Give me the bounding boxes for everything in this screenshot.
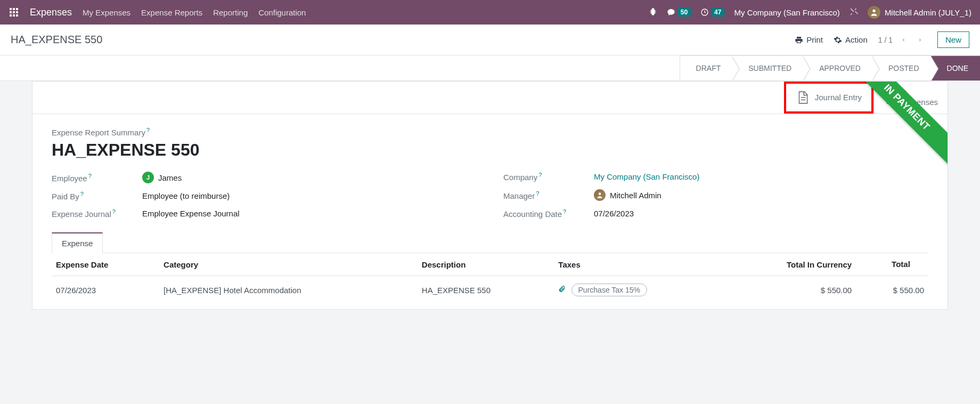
value-employee[interactable]: J James (142, 172, 182, 183)
user-menu[interactable]: Mitchell Admin (JULY_1) (868, 6, 971, 19)
cell-category: [HA_EXPENSE] Hotel Accommodation (159, 276, 418, 304)
nav-expense-reports[interactable]: Expense Reports (141, 8, 202, 17)
attachment-icon[interactable] (558, 285, 568, 294)
label-accounting-date: Accounting Date? (503, 208, 594, 219)
label-journal: Expense Journal? (52, 208, 142, 219)
svg-rect-4 (13, 11, 15, 13)
value-manager[interactable]: Mitchell Admin (594, 189, 662, 201)
th-category[interactable]: Category (159, 253, 418, 276)
status-draft[interactable]: DRAFT (680, 55, 733, 80)
bug-icon[interactable] (649, 7, 657, 18)
manager-avatar-icon (594, 189, 606, 201)
action-button[interactable]: Action (834, 35, 868, 44)
print-button[interactable]: Print (795, 35, 823, 44)
th-total[interactable]: Total (856, 253, 928, 276)
help-icon[interactable]: ? (536, 190, 539, 197)
messages-count: 50 (677, 8, 691, 17)
user-name: Mitchell Admin (JULY_1) (885, 8, 971, 17)
label-company: Company? (503, 172, 594, 182)
svg-point-15 (599, 192, 601, 195)
value-accounting-date: 07/26/2023 (594, 209, 634, 218)
svg-rect-3 (10, 11, 12, 13)
nav-my-expenses[interactable]: My Expenses (83, 8, 130, 17)
tab-expense[interactable]: Expense (52, 232, 103, 253)
th-total-cur[interactable]: Total In Currency (726, 253, 856, 276)
value-paid-by: Employee (to reimburse) (142, 191, 230, 200)
cell-total-cur: $ 550.00 (726, 276, 856, 304)
th-description[interactable]: Description (418, 253, 554, 276)
svg-rect-6 (10, 14, 12, 17)
top-navbar: Expenses My Expenses Expense Reports Rep… (0, 0, 980, 25)
clock-icon (700, 8, 709, 17)
tax-tag[interactable]: Purchase Tax 15% (571, 284, 647, 296)
status-bar: DRAFT SUBMITTED APPROVED POSTED DONE (0, 55, 980, 81)
cell-date: 07/26/2023 (52, 276, 159, 304)
th-date[interactable]: Expense Date (52, 253, 159, 276)
tools-icon[interactable] (850, 7, 858, 18)
activities-indicator[interactable]: 47 (700, 8, 724, 17)
messages-indicator[interactable]: 50 (667, 8, 691, 17)
table-row[interactable]: 07/26/2023 [HA_EXPENSE] Hotel Accommodat… (52, 276, 928, 304)
svg-rect-2 (16, 8, 18, 10)
status-done[interactable]: DONE (931, 55, 980, 80)
svg-rect-1 (13, 8, 15, 10)
svg-rect-0 (10, 8, 12, 10)
status-posted[interactable]: POSTED (872, 55, 931, 80)
app-brand[interactable]: Expenses (30, 7, 72, 18)
chat-icon (667, 8, 675, 17)
help-icon[interactable]: ? (112, 208, 116, 215)
cell-taxes: Purchase Tax 15% (554, 276, 726, 304)
adjust-icon[interactable] (916, 261, 924, 269)
gear-icon (834, 36, 842, 44)
print-icon (795, 36, 803, 44)
svg-rect-5 (16, 11, 18, 13)
form-sheet: IN PAYMENT Journal Entry 1 Expenses Expe… (32, 81, 948, 310)
th-taxes[interactable]: Taxes (554, 253, 726, 276)
nav-configuration[interactable]: Configuration (258, 8, 306, 17)
pager: 1 / 1 (878, 34, 927, 46)
document-icon (796, 91, 810, 104)
svg-rect-7 (13, 14, 15, 17)
pager-next[interactable] (914, 34, 927, 46)
svg-rect-8 (16, 14, 18, 17)
cell-total: $ 550.00 (856, 276, 928, 304)
pager-prev[interactable] (897, 34, 910, 46)
expense-table: Expense Date Category Description Taxes … (52, 253, 928, 304)
employee-avatar-icon: J (142, 172, 154, 183)
new-button[interactable]: New (937, 31, 969, 48)
help-icon[interactable]: ? (563, 208, 566, 215)
record-title: HA_EXPENSE 550 (52, 140, 928, 160)
label-employee: Employee? (52, 173, 142, 183)
activities-count: 47 (711, 8, 724, 17)
nav-reporting[interactable]: Reporting (213, 8, 248, 17)
help-icon[interactable]: ? (88, 173, 92, 179)
company-selector[interactable]: My Company (San Francisco) (734, 8, 839, 17)
journal-entry-button[interactable]: Journal Entry (784, 82, 873, 114)
control-panel: HA_EXPENSE 550 Print Action 1 / 1 New (0, 25, 980, 55)
label-paid-by: Paid By? (52, 191, 142, 201)
help-icon[interactable]: ? (538, 172, 542, 178)
apps-icon[interactable] (9, 7, 19, 18)
label-manager: Manager? (503, 190, 594, 200)
summary-label: Expense Report Summary? (52, 127, 928, 137)
cell-description: HA_EXPENSE 550 (418, 276, 554, 304)
status-approved[interactable]: APPROVED (803, 55, 872, 80)
help-icon[interactable]: ? (80, 191, 84, 197)
status-submitted[interactable]: SUBMITTED (732, 55, 803, 80)
pager-text[interactable]: 1 / 1 (878, 36, 893, 44)
user-avatar-icon (868, 6, 880, 19)
value-company[interactable]: My Company (San Francisco) (594, 172, 699, 181)
value-journal: Employee Expense Journal (142, 209, 240, 218)
svg-point-10 (872, 10, 875, 12)
breadcrumb[interactable]: HA_EXPENSE 550 (11, 34, 102, 46)
help-icon[interactable]: ? (146, 127, 150, 133)
